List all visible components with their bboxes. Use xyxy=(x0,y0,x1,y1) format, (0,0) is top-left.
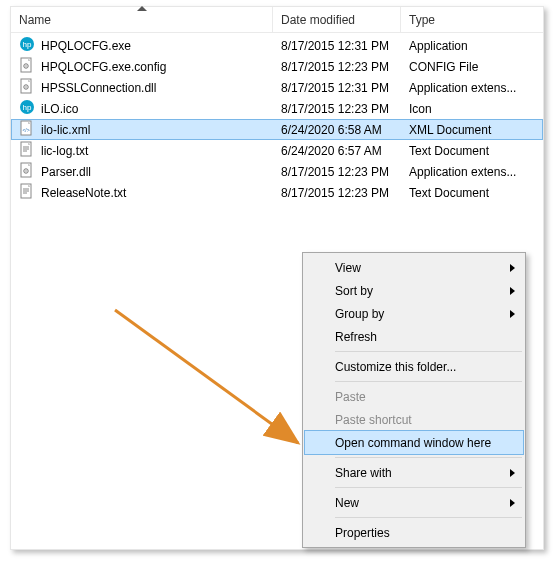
xml-file-icon: </> xyxy=(19,120,35,139)
svg-point-7 xyxy=(25,86,26,87)
column-header-label: Name xyxy=(19,13,51,27)
menu-item-label: Refresh xyxy=(335,330,377,344)
file-row[interactable]: hp iLO.ico 8/17/2015 12:23 PM Icon xyxy=(11,98,543,119)
file-name: iLO.ico xyxy=(41,102,78,116)
file-name: HPQLOCFG.exe.config xyxy=(41,60,166,74)
file-row[interactable]: ReleaseNote.txt 8/17/2015 12:23 PM Text … xyxy=(11,182,543,203)
sort-indicator-icon xyxy=(137,6,147,11)
file-date: 8/17/2015 12:23 PM xyxy=(273,60,401,74)
menu-item-paste: Paste xyxy=(305,385,523,408)
menu-item-paste-shortcut: Paste shortcut xyxy=(305,408,523,431)
menu-item-label: Open command window here xyxy=(335,436,491,450)
file-row[interactable]: HPSSLConnection.dll 8/17/2015 12:31 PM A… xyxy=(11,77,543,98)
file-type: Application xyxy=(401,39,543,53)
file-type: XML Document xyxy=(401,123,543,137)
config-file-icon xyxy=(19,57,35,76)
txt-file-icon xyxy=(19,183,35,202)
file-date: 6/24/2020 6:58 AM xyxy=(273,123,401,137)
file-name: HPSSLConnection.dll xyxy=(41,81,156,95)
file-type: Text Document xyxy=(401,186,543,200)
svg-text:</>: </> xyxy=(22,127,29,133)
menu-item-label: Group by xyxy=(335,307,384,321)
menu-item-label: Paste xyxy=(335,390,366,404)
menu-item-refresh[interactable]: Refresh xyxy=(305,325,523,348)
file-row[interactable]: lic-log.txt 6/24/2020 6:57 AM Text Docum… xyxy=(11,140,543,161)
file-date: 8/17/2015 12:23 PM xyxy=(273,165,401,179)
ico-file-icon: hp xyxy=(19,99,35,118)
menu-separator xyxy=(335,351,522,352)
file-row[interactable]: </> ilo-lic.xml 6/24/2020 6:58 AM XML Do… xyxy=(11,119,543,140)
file-list[interactable]: hp HPQLOCFG.exe 8/17/2015 12:31 PM Appli… xyxy=(11,33,543,203)
menu-item-label: Properties xyxy=(335,526,390,540)
menu-item-label: Sort by xyxy=(335,284,373,298)
svg-text:hp: hp xyxy=(23,103,32,112)
file-row[interactable]: HPQLOCFG.exe.config 8/17/2015 12:23 PM C… xyxy=(11,56,543,77)
file-type: Application extens... xyxy=(401,165,543,179)
svg-point-4 xyxy=(25,65,26,66)
column-header-date[interactable]: Date modified xyxy=(273,7,401,32)
menu-item-label: New xyxy=(335,496,359,510)
file-type: CONFIG File xyxy=(401,60,543,74)
dll-file-icon xyxy=(19,78,35,97)
file-row[interactable]: Parser.dll 8/17/2015 12:23 PM Applicatio… xyxy=(11,161,543,182)
menu-item-label: Paste shortcut xyxy=(335,413,412,427)
menu-item-open-command-window-here[interactable]: Open command window here xyxy=(305,431,523,454)
menu-item-sort-by[interactable]: Sort by xyxy=(305,279,523,302)
menu-separator xyxy=(335,381,522,382)
column-header-label: Type xyxy=(409,13,435,27)
column-header-label: Date modified xyxy=(281,13,355,27)
file-name: Parser.dll xyxy=(41,165,91,179)
file-type: Text Document xyxy=(401,144,543,158)
menu-item-customize-this-folder[interactable]: Customize this folder... xyxy=(305,355,523,378)
column-headers: Name Date modified Type xyxy=(11,7,543,33)
menu-separator xyxy=(335,487,522,488)
svg-text:hp: hp xyxy=(23,40,32,49)
app-file-icon: hp xyxy=(19,36,35,55)
file-name: ilo-lic.xml xyxy=(41,123,90,137)
menu-item-new[interactable]: New xyxy=(305,491,523,514)
file-date: 8/17/2015 12:23 PM xyxy=(273,102,401,116)
menu-item-group-by[interactable]: Group by xyxy=(305,302,523,325)
context-menu: ViewSort byGroup byRefreshCustomize this… xyxy=(302,252,526,548)
svg-point-18 xyxy=(25,170,26,171)
file-type: Icon xyxy=(401,102,543,116)
file-row[interactable]: hp HPQLOCFG.exe 8/17/2015 12:31 PM Appli… xyxy=(11,35,543,56)
dll-file-icon xyxy=(19,162,35,181)
txt-file-icon xyxy=(19,141,35,160)
file-date: 8/17/2015 12:23 PM xyxy=(273,186,401,200)
column-header-name[interactable]: Name xyxy=(11,7,273,32)
file-name: ReleaseNote.txt xyxy=(41,186,126,200)
menu-item-view[interactable]: View xyxy=(305,256,523,279)
menu-item-properties[interactable]: Properties xyxy=(305,521,523,544)
file-date: 8/17/2015 12:31 PM xyxy=(273,81,401,95)
file-date: 6/24/2020 6:57 AM xyxy=(273,144,401,158)
file-date: 8/17/2015 12:31 PM xyxy=(273,39,401,53)
menu-item-label: View xyxy=(335,261,361,275)
menu-item-share-with[interactable]: Share with xyxy=(305,461,523,484)
file-name: lic-log.txt xyxy=(41,144,88,158)
column-header-type[interactable]: Type xyxy=(401,7,543,32)
menu-separator xyxy=(335,457,522,458)
file-name: HPQLOCFG.exe xyxy=(41,39,131,53)
menu-separator xyxy=(335,517,522,518)
menu-item-label: Share with xyxy=(335,466,392,480)
menu-item-label: Customize this folder... xyxy=(335,360,456,374)
file-type: Application extens... xyxy=(401,81,543,95)
